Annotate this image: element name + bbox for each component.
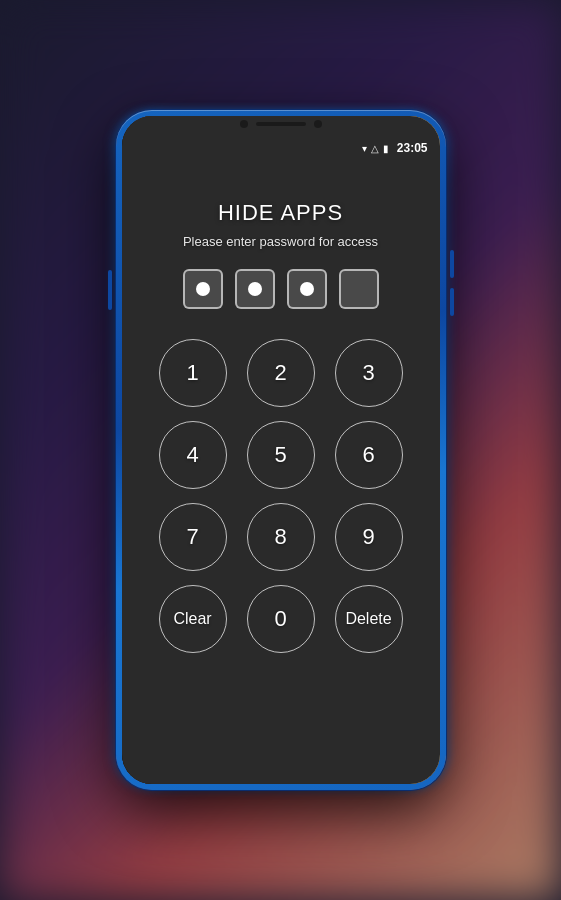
pwd-dot-4 [339, 269, 379, 309]
power-button[interactable] [108, 270, 112, 310]
pwd-dot-filled-1 [196, 282, 210, 296]
key-8[interactable]: 8 [247, 503, 315, 571]
key-3[interactable]: 3 [335, 339, 403, 407]
key-7[interactable]: 7 [159, 503, 227, 571]
key-5[interactable]: 5 [247, 421, 315, 489]
volume-down-button[interactable] [450, 288, 454, 316]
key-4[interactable]: 4 [159, 421, 227, 489]
front-camera [240, 120, 248, 128]
battery-icon: ▮ [383, 143, 389, 154]
sensor [314, 120, 322, 128]
pwd-dot-3 [287, 269, 327, 309]
delete-button[interactable]: Delete [335, 585, 403, 653]
key-0[interactable]: 0 [247, 585, 315, 653]
keypad-row-1: 1 2 3 [159, 339, 403, 407]
key-9[interactable]: 9 [335, 503, 403, 571]
phone-screen: ▾ △ ▮ 23:05 HIDE APPS Please enter passw… [122, 116, 440, 784]
main-content: HIDE APPS Please enter password for acce… [122, 160, 440, 784]
signal-icon: △ [371, 143, 379, 154]
key-6[interactable]: 6 [335, 421, 403, 489]
pwd-dot-1 [183, 269, 223, 309]
keypad-row-3: 7 8 9 [159, 503, 403, 571]
key-1[interactable]: 1 [159, 339, 227, 407]
status-icons: ▾ △ ▮ 23:05 [362, 141, 428, 155]
status-time: 23:05 [397, 141, 428, 155]
app-subtitle: Please enter password for access [183, 234, 378, 249]
lock-screen: ▾ △ ▮ 23:05 HIDE APPS Please enter passw… [122, 116, 440, 784]
keypad-row-4: Clear 0 Delete [159, 585, 403, 653]
pwd-dot-filled-3 [300, 282, 314, 296]
clear-button[interactable]: Clear [159, 585, 227, 653]
pwd-dot-2 [235, 269, 275, 309]
app-title: HIDE APPS [218, 200, 343, 226]
keypad-row-2: 4 5 6 [159, 421, 403, 489]
status-bar: ▾ △ ▮ 23:05 [122, 132, 440, 160]
wifi-icon: ▾ [362, 143, 367, 154]
password-input-display [183, 269, 379, 309]
key-2[interactable]: 2 [247, 339, 315, 407]
pwd-dot-filled-2 [248, 282, 262, 296]
camera-notch [122, 116, 440, 132]
volume-up-button[interactable] [450, 250, 454, 278]
phone-device: ▾ △ ▮ 23:05 HIDE APPS Please enter passw… [116, 110, 446, 790]
keypad: 1 2 3 4 5 6 7 8 9 [159, 339, 403, 653]
speaker [256, 122, 306, 126]
